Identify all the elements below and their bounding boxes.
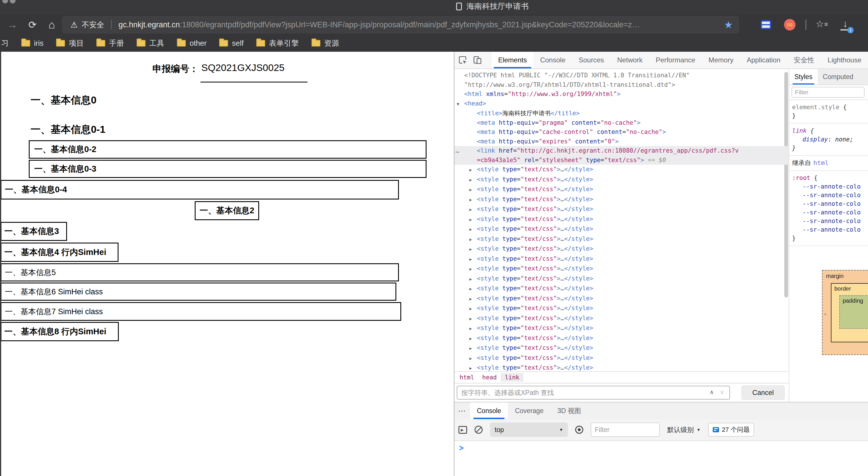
dom-tree-line[interactable]: ▶<style type="text/css">…</style> [455,204,788,215]
disclosure-arrow-icon[interactable]: ▶ [469,205,477,215]
disclosure-arrow-icon[interactable]: ▶ [469,354,477,363]
devtools-tab-8[interactable]: Lighthouse [821,52,868,68]
bookmark-item-4[interactable]: 工具 [136,38,164,48]
drawer-tab-1[interactable]: Coverage [508,403,551,419]
home-icon[interactable]: ⌂ [44,14,59,35]
dom-tree-line[interactable]: ▶<style type="text/css">…</style> [455,274,788,284]
devtools-tab-0[interactable]: Elements [492,52,533,68]
console-prompt[interactable]: > [459,444,464,453]
dom-tree-line[interactable]: ▶<style type="text/css">…</style> [455,314,788,324]
devtools-tab-5[interactable]: Memory [702,52,740,68]
dom-tree-line[interactable]: ▶<style type="text/css">…</style> [455,343,788,353]
styles-tab-1[interactable]: Computed [818,69,859,85]
disclosure-arrow-icon[interactable]: ▶ [469,324,477,334]
extension-window-icon[interactable] [761,20,771,29]
inspect-element-icon[interactable] [457,54,469,66]
dom-tree-line[interactable]: ▶<style type="text/css">…</style> [455,215,788,224]
log-level-selector[interactable]: 默认级别 ▼ [667,425,701,434]
dom-tree-line[interactable]: …<link href="http://gc.hnkjt.egrant.cn:1… [455,146,788,156]
dom-tree-line[interactable]: "http://www.w3.org/TR/xhtml1/DTD/xhtml1-… [455,80,788,90]
devtools-tab-2[interactable]: Sources [572,52,611,68]
dom-tree-line[interactable]: <title>海南科技厅申请书</title> [455,109,788,118]
live-expression-icon[interactable] [575,426,583,434]
dom-tree-line[interactable]: <meta http-equiv="pragma" content="no-ca… [455,118,788,128]
inherited-node-link[interactable]: html [813,159,829,166]
devtools-tab-1[interactable]: Console [533,52,572,68]
breadcrumb-item-head[interactable]: head [478,373,501,382]
disclosure-arrow-icon[interactable]: ▶ [469,175,477,185]
dom-tree-line[interactable]: ▶<style type="text/css">…</style> [455,353,788,363]
bookmark-item-5[interactable]: other [177,39,207,48]
disclosure-arrow-icon[interactable]: ▶ [469,195,477,205]
drawer-tab-2[interactable]: 3D 视图 [551,403,588,419]
dom-tree-line[interactable]: ▼<head> [455,99,788,109]
css-variable-line[interactable]: --sr-annote-colo [792,225,868,234]
disclosure-arrow-icon[interactable]: ▶ [469,275,477,284]
context-selector[interactable]: top ▼ [490,422,568,437]
css-variable-line[interactable]: --sr-annote-colo [792,191,868,199]
console-output[interactable]: > [455,441,868,476]
console-filter-input[interactable] [591,422,660,437]
css-property[interactable]: --sr-annote-colo [802,209,861,216]
disclosure-arrow-icon[interactable]: ▶ [469,284,477,294]
address-bar[interactable]: ⚠ 不安全 gc.hnkjt.egrant.cn:18080/egrantpdf… [62,16,739,34]
disclosure-arrow-icon[interactable]: ▶ [469,255,477,264]
dom-tree-line[interactable]: ▶<style type="text/css">…</style> [455,185,788,195]
find-input[interactable] [457,386,730,400]
breadcrumb-item-link[interactable]: link [501,373,523,382]
window-control-button[interactable] [2,0,8,3]
disclosure-arrow-icon[interactable]: ▶ [469,225,477,234]
dom-tree-line[interactable]: =cb9a43a1e5" rel="stylesheet" type="text… [455,156,788,165]
browser-tab[interactable]: 海南科技厅申请书 [456,1,529,11]
dom-tree-line[interactable]: ▶<style type="text/css">…</style> [455,224,788,234]
rule-selector[interactable]: element.style [792,104,839,111]
rule-selector[interactable]: link [792,127,807,134]
console-sidebar-icon[interactable]: ▶ [459,426,467,434]
devtools-tab-4[interactable]: Performance [649,52,702,68]
disclosure-arrow-icon[interactable]: ▶ [469,185,477,195]
dom-tree-line[interactable]: ▶<style type="text/css">…</style> [455,264,788,274]
disclosure-arrow-icon[interactable]: ▶ [469,235,477,244]
more-tabs-icon[interactable]: ⋯ [458,406,466,416]
rule-selector[interactable]: :root [792,174,810,181]
box-model-value[interactable]: - [824,310,826,318]
devtools-tab-6[interactable]: Application [740,52,787,68]
element-style-rule[interactable]: element.style { } [789,100,868,124]
find-next-icon[interactable]: ∨ [720,389,724,395]
css-property[interactable]: --sr-annote-colo [802,192,861,199]
disclosure-arrow-icon[interactable]: ▶ [469,165,477,175]
styles-tab-0[interactable]: Styles [789,69,818,85]
bookmark-item-3[interactable]: 手册 [96,38,124,48]
css-property[interactable]: --sr-annote-colo [802,183,861,190]
root-style-rule[interactable]: :root { --sr-annote-colo--sr-annote-colo… [789,171,868,246]
bookmark-item-8[interactable]: 资源 [311,38,339,48]
breadcrumb-item-html[interactable]: html [456,373,478,382]
reload-icon[interactable]: ⟳ [25,14,40,35]
devtools-tab-3[interactable]: Network [611,52,649,68]
dom-tree-line[interactable]: ▶<style type="text/css">…</style> [455,294,788,304]
css-variable-line[interactable]: --sr-annote-colo [792,217,868,225]
css-value[interactable]: none; [835,136,853,143]
dom-tree-line[interactable]: ▶<style type="text/css">…</style> [455,363,788,371]
bookmark-star-icon[interactable]: ★ [724,19,733,30]
disclosure-arrow-icon[interactable]: ▶ [469,344,477,353]
drawer-tab-0[interactable]: Console [470,403,508,419]
bookmark-item-0[interactable]: 习 [1,38,9,48]
dom-tree-line[interactable]: ▶<style type="text/css">…</style> [455,323,788,334]
dom-tree-line[interactable]: ▶<style type="text/css">…</style> [455,254,788,264]
clear-console-icon[interactable] [474,426,483,434]
css-variable-line[interactable]: --sr-annote-colo [792,182,868,191]
box-model-diagram[interactable]: margin - - - border padding [822,270,868,355]
url-text[interactable]: gc.hnkjt.egrant.cn:18080/egrantpdf/pdf/p… [119,21,719,29]
dom-tree-line[interactable]: <meta http-equiv="expires" content="0"> [455,137,788,146]
disclosure-arrow-icon[interactable]: ▼ [457,99,464,109]
dom-tree-line[interactable]: ▶<style type="text/css">…</style> [455,284,788,294]
extension-infinity-icon[interactable]: ∞ [784,19,796,30]
find-previous-icon[interactable]: ∧ [710,389,714,395]
disclosure-arrow-icon[interactable]: ▶ [469,215,477,224]
issues-counter[interactable]: 27 个问题 [708,423,754,437]
devtools-tab-7[interactable]: 安全性 [787,52,821,68]
dom-tree-line[interactable]: <!DOCTYPE html PUBLIC "-//W3C//DTD XHTML… [455,71,788,80]
dom-tree-line[interactable]: ▶<style type="text/css">…</style> [455,195,788,205]
disclosure-arrow-icon[interactable]: ▶ [469,334,477,344]
